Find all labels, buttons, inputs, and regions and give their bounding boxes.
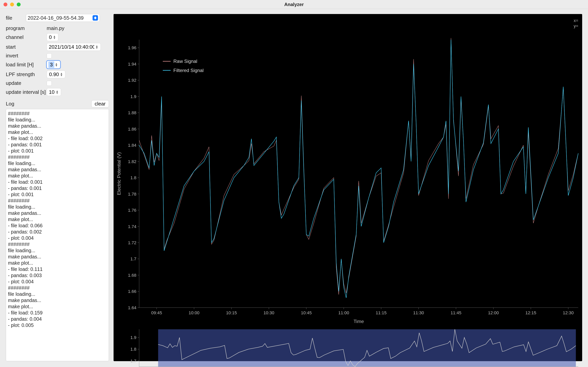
svg-text:1.74: 1.74: [128, 224, 136, 229]
sidebar: file 2022-04-16_09-55-54.39 program main…: [6, 14, 109, 361]
stepper-icon: ▲▼: [54, 63, 58, 67]
svg-text:1.86: 1.86: [128, 127, 136, 132]
loadlimit-stepper[interactable]: ▲▼: [47, 61, 60, 68]
svg-text:Time: Time: [354, 319, 364, 324]
svg-text:1.8: 1.8: [130, 175, 137, 180]
invert-checkbox[interactable]: [47, 53, 52, 58]
time-series-chart[interactable]: 1.641.661.681.71.721.741.761.781.81.821.…: [113, 14, 582, 367]
window-title: Analyzer: [284, 2, 304, 7]
minimize-icon[interactable]: [10, 2, 14, 6]
zoom-icon[interactable]: [17, 2, 21, 6]
svg-text:1.9: 1.9: [130, 94, 137, 99]
lpf-label: LPF strength: [6, 71, 47, 77]
log-textarea[interactable]: ######## file loading... make pandas... …: [6, 109, 109, 361]
clear-button[interactable]: clear: [91, 100, 109, 108]
svg-text:1.96: 1.96: [128, 45, 136, 50]
updateint-stepper[interactable]: ▲▼: [47, 88, 61, 96]
start-datetime-field[interactable]: ▲▼: [47, 43, 101, 51]
readout-x: x=: [574, 18, 578, 23]
readout-y: y=: [574, 23, 578, 29]
stepper-icon: ▲▼: [95, 45, 99, 49]
svg-text:11:45: 11:45: [451, 310, 461, 315]
svg-text:1.66: 1.66: [128, 289, 136, 294]
dropdown-arrows-icon: [93, 15, 98, 21]
svg-rect-66: [158, 329, 576, 367]
svg-text:1.68: 1.68: [128, 273, 136, 278]
program-value: main.py: [47, 25, 109, 31]
start-label: start: [6, 44, 47, 50]
update-checkbox[interactable]: [47, 81, 52, 86]
svg-text:1.82: 1.82: [128, 159, 136, 164]
program-label: program: [6, 25, 47, 31]
svg-text:1.8: 1.8: [130, 347, 137, 352]
log-label: Log: [6, 101, 14, 107]
loadlimit-input[interactable]: [48, 61, 54, 68]
svg-text:1.84: 1.84: [128, 143, 136, 148]
cursor-readout: x= y=: [574, 18, 578, 29]
svg-text:11:00: 11:00: [338, 310, 349, 315]
window-titlebar: Analyzer: [0, 0, 588, 9]
loadlimit-label: load limit [H]: [6, 62, 47, 68]
channel-stepper[interactable]: ▲▼: [47, 33, 58, 41]
stepper-icon: ▲▼: [52, 35, 56, 39]
lpf-input[interactable]: [48, 71, 59, 78]
lpf-stepper[interactable]: ▲▼: [47, 70, 65, 78]
svg-text:10:45: 10:45: [301, 310, 312, 315]
updateint-label: update interval [s]: [6, 89, 47, 95]
svg-text:1.72: 1.72: [128, 240, 136, 245]
svg-text:1.92: 1.92: [128, 78, 136, 83]
svg-text:09:45: 09:45: [151, 310, 162, 315]
window-controls: [3, 2, 21, 6]
svg-text:Filtered Signal: Filtered Signal: [173, 68, 204, 73]
svg-text:Electric Potential (V): Electric Potential (V): [116, 152, 121, 195]
update-label: update: [6, 80, 47, 86]
svg-text:1.94: 1.94: [128, 62, 136, 67]
file-select-value: 2022-04-16_09-55-54.39: [28, 15, 84, 21]
invert-label: invert: [6, 53, 47, 59]
file-select[interactable]: 2022-04-16_09-55-54.39: [26, 14, 100, 22]
close-icon[interactable]: [3, 2, 7, 6]
channel-input[interactable]: [48, 34, 52, 41]
svg-text:11:30: 11:30: [413, 310, 424, 315]
plot-panel: x= y= 1.641.661.681.71.721.741.761.781.8…: [113, 14, 582, 361]
svg-text:12:00: 12:00: [488, 310, 499, 315]
svg-text:1.76: 1.76: [128, 208, 136, 213]
svg-text:10:30: 10:30: [264, 310, 274, 315]
svg-text:12:15: 12:15: [525, 310, 536, 315]
stepper-icon: ▲▼: [55, 90, 59, 94]
svg-text:11:15: 11:15: [376, 310, 387, 315]
svg-text:1.7: 1.7: [130, 359, 137, 364]
file-label: file: [6, 15, 12, 21]
svg-text:1.78: 1.78: [128, 192, 136, 197]
channel-label: channel: [6, 34, 47, 40]
updateint-input[interactable]: [48, 89, 55, 95]
svg-text:1.64: 1.64: [128, 305, 136, 310]
svg-text:12:30: 12:30: [563, 310, 574, 315]
svg-text:1.9: 1.9: [130, 335, 137, 340]
svg-text:10:15: 10:15: [226, 310, 237, 315]
svg-text:Raw Signal: Raw Signal: [173, 58, 197, 64]
stepper-icon: ▲▼: [59, 72, 64, 76]
start-datetime-input[interactable]: [48, 44, 95, 50]
svg-text:10:00: 10:00: [189, 310, 200, 315]
svg-text:1.88: 1.88: [128, 110, 136, 115]
svg-text:1.7: 1.7: [130, 257, 137, 261]
